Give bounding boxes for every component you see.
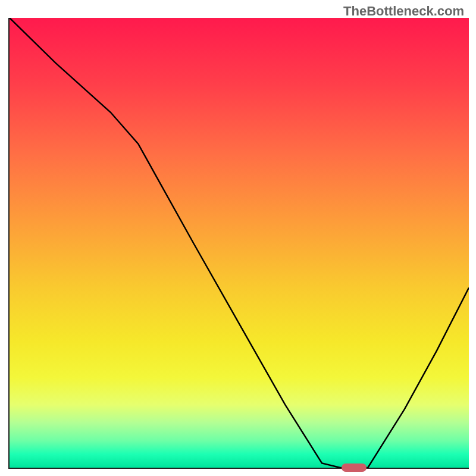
plot-area — [8, 18, 469, 469]
watermark-text: TheBottleneck.com — [343, 4, 464, 19]
curve-path — [10, 18, 469, 468]
chart-container: TheBottleneck.com — [0, 0, 476, 476]
optimal-marker — [342, 464, 367, 472]
bottleneck-curve — [10, 18, 469, 468]
